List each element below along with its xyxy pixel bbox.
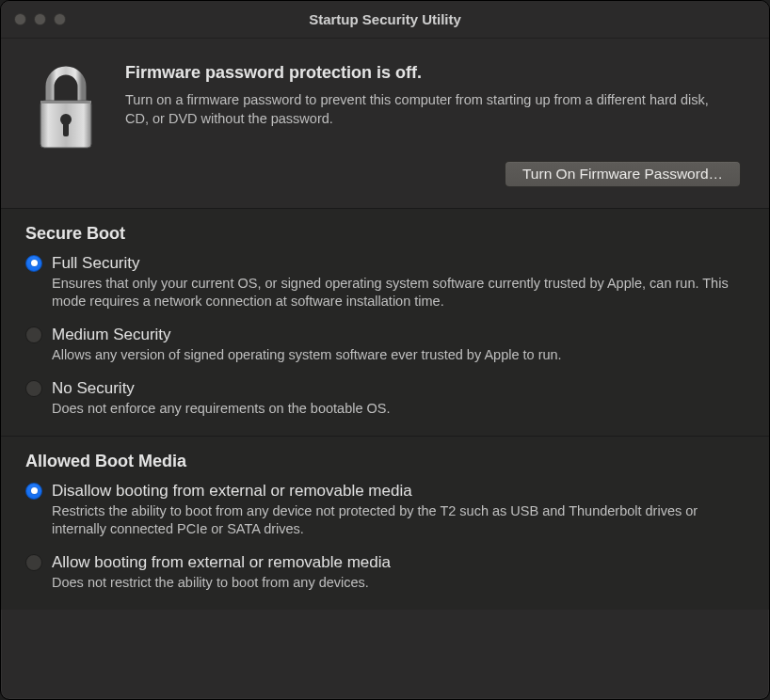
- radio-label: Disallow booting from external or remova…: [52, 481, 745, 501]
- radio-indicator: [25, 380, 42, 397]
- secure-boot-option-medium[interactable]: Medium Security Allows any version of si…: [25, 325, 745, 365]
- radio-indicator: [25, 554, 42, 571]
- window-controls: [14, 13, 66, 25]
- radio-indicator: [25, 326, 42, 343]
- radio-label: Full Security: [52, 253, 745, 273]
- firmware-header: Firmware password protection is off. Tur…: [1, 39, 769, 208]
- radio-description: Ensures that only your current OS, or si…: [52, 275, 745, 311]
- radio-indicator: [25, 483, 42, 500]
- window-content: Firmware password protection is off. Tur…: [1, 39, 769, 610]
- svg-rect-3: [63, 121, 69, 136]
- svg-rect-1: [40, 101, 91, 103]
- secure-boot-section: Secure Boot Full Security Ensures that o…: [1, 209, 769, 436]
- radio-label: Medium Security: [52, 325, 745, 344]
- firmware-status-title: Firmware password protection is off.: [125, 63, 745, 83]
- firmware-status-description: Turn on a firmware password to prevent t…: [125, 90, 728, 129]
- firmware-button-row: Turn On Firmware Password…: [125, 161, 745, 187]
- lock-icon: [25, 63, 106, 187]
- radio-description: Allows any version of signed operating s…: [52, 346, 745, 365]
- radio-description: Does not restrict the ability to boot fr…: [52, 574, 745, 593]
- radio-description: Restricts the ability to boot from any d…: [52, 502, 745, 539]
- minimize-window-button[interactable]: [34, 13, 46, 25]
- title-bar: Startup Security Utility: [1, 1, 769, 39]
- zoom-window-button[interactable]: [54, 13, 66, 25]
- boot-media-title: Allowed Boot Media: [25, 452, 745, 471]
- turn-on-firmware-password-button[interactable]: Turn On Firmware Password…: [505, 161, 741, 187]
- radio-indicator: [25, 255, 42, 272]
- boot-media-option-disallow[interactable]: Disallow booting from external or remova…: [25, 481, 745, 539]
- radio-description: Does not enforce any requirements on the…: [52, 400, 745, 419]
- firmware-header-text: Firmware password protection is off. Tur…: [125, 63, 745, 187]
- radio-label: No Security: [52, 378, 745, 398]
- app-window: Startup Security Utility: [0, 0, 770, 700]
- boot-media-section: Allowed Boot Media Disallow booting from…: [1, 437, 769, 610]
- close-window-button[interactable]: [14, 13, 26, 25]
- boot-media-option-allow[interactable]: Allow booting from external or removable…: [25, 552, 745, 593]
- secure-boot-option-full[interactable]: Full Security Ensures that only your cur…: [25, 253, 745, 311]
- secure-boot-option-none[interactable]: No Security Does not enforce any require…: [25, 378, 745, 419]
- radio-label: Allow booting from external or removable…: [52, 552, 745, 572]
- window-title: Startup Security Utility: [1, 11, 769, 27]
- secure-boot-title: Secure Boot: [25, 224, 745, 244]
